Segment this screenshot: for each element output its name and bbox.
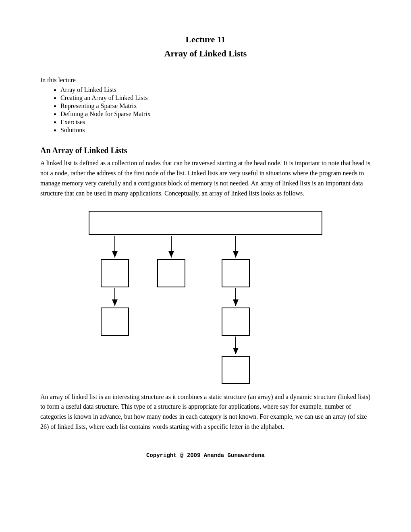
list-item: Array of Linked Lists bbox=[60, 86, 371, 94]
header-line2: Array of Linked Lists bbox=[164, 48, 247, 58]
diagram-arrows bbox=[77, 211, 334, 380]
footer-text: Copyright @ 2009 Ananda Gunawardena bbox=[146, 452, 265, 459]
bullet-list: Array of Linked Lists Creating an Array … bbox=[60, 86, 371, 134]
node-r3-3 bbox=[222, 356, 250, 384]
node-r2-1 bbox=[101, 308, 129, 336]
list-item: Creating an Array of Linked Lists bbox=[60, 94, 371, 102]
diagram bbox=[77, 211, 334, 380]
top-array-box bbox=[89, 211, 322, 235]
list-item: Representing a Sparse Matrix bbox=[60, 102, 371, 110]
page-footer: Copyright @ 2009 Ananda Gunawardena bbox=[40, 452, 371, 459]
paragraph1: A linked list is defined as a collection… bbox=[40, 158, 371, 198]
list-item: Solutions bbox=[60, 127, 371, 134]
node-r1-1 bbox=[101, 259, 129, 287]
node-r2-3 bbox=[222, 308, 250, 336]
header-line1: Lecture 11 bbox=[185, 34, 225, 44]
intro-label: In this lecture bbox=[40, 77, 371, 84]
paragraph2: An array of linked list is an interestin… bbox=[40, 392, 371, 432]
intro-section: In this lecture Array of Linked Lists Cr… bbox=[40, 77, 371, 134]
section-array-linked-lists: An Array of Linked Lists A linked list i… bbox=[40, 146, 371, 432]
page-header: Lecture 11 Array of Linked Lists bbox=[40, 32, 371, 60]
list-item: Defining a Node for Sparse Matrix bbox=[60, 110, 371, 118]
node-r1-3 bbox=[222, 259, 250, 287]
section-title: An Array of Linked Lists bbox=[40, 146, 371, 155]
list-item: Exercises bbox=[60, 118, 371, 126]
node-r1-2 bbox=[157, 259, 185, 287]
diagram-container bbox=[40, 211, 371, 380]
